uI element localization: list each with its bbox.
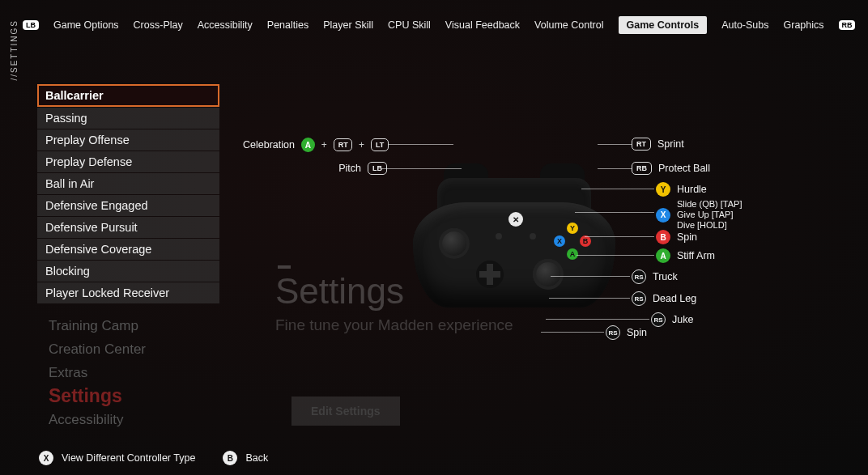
truck-label: Truck: [653, 271, 678, 282]
juke-label: Juke: [672, 314, 693, 325]
rs-circle-icon: RS: [632, 269, 646, 284]
a-circle-icon: A: [301, 138, 315, 152]
x-hint-icon: X: [39, 451, 53, 465]
tab-auto-subs[interactable]: Auto-Subs: [721, 19, 768, 31]
view-button-icon: [496, 233, 502, 240]
category-ballcarrier[interactable]: Ballcarrier: [37, 84, 219, 107]
back-hint: Back: [245, 452, 268, 464]
category-ball-in-air[interactable]: Ball in Air: [37, 173, 219, 194]
control-sprint: RT Sprint: [632, 138, 684, 151]
control-celebration: LT + RT + A Celebration: [243, 138, 389, 152]
tab-game-controls[interactable]: Game Controls: [619, 16, 708, 34]
controller-diagram: ✕ Y X B A LT + RT + A Celebration LB Pit…: [243, 105, 842, 380]
control-x-moves: X Slide (QB) [TAP] Give Up [TAP] Dive [H…: [656, 199, 742, 231]
dead-leg-label: Dead Leg: [653, 293, 696, 304]
control-dead-leg: RS Dead Leg: [632, 291, 696, 306]
control-stiff-arm: A Stiff Arm: [656, 248, 715, 263]
menu-button-icon: [530, 233, 536, 240]
category-defensive-engaged[interactable]: Defensive Engaged: [37, 195, 219, 216]
pitch-label: Pitch: [338, 163, 361, 174]
control-rs-spin: RS Spin: [606, 325, 647, 340]
controller-icon: ✕ Y X B A: [413, 178, 615, 316]
category-player-locked-receiver[interactable]: Player Locked Receiver: [37, 282, 219, 303]
category-list: Ballcarrier Passing Preplay Offense Prep…: [37, 84, 219, 304]
tab-player-skill[interactable]: Player Skill: [323, 19, 373, 31]
rs-spin-label: Spin: [627, 327, 647, 338]
right-stick-icon: [533, 259, 564, 290]
rt-pill-icon: RT: [632, 138, 651, 151]
left-stick-icon: [439, 228, 470, 259]
x-moves-label: Slide (QB) [TAP] Give Up [TAP] Dive [HOL…: [677, 199, 742, 231]
ghost-training-camp: Training Camp: [49, 314, 146, 337]
x-circle-icon: X: [656, 208, 670, 223]
ghost-accessibility: Accessibility: [49, 408, 146, 431]
rs-circle-icon: RS: [651, 312, 666, 327]
a-button-icon: A: [567, 248, 578, 260]
rb-bumper-icon: RB: [839, 20, 855, 30]
plus-icon: +: [321, 139, 327, 151]
lt-pill-icon: LT: [371, 138, 389, 151]
ghost-settings: Settings: [49, 384, 146, 408]
view-controller-type-hint: View Different Controller Type: [62, 452, 195, 464]
dpad-icon: [476, 261, 504, 288]
ghost-edit-settings-button: Edit Settings: [291, 397, 400, 426]
rt-pill-icon: RT: [334, 138, 352, 151]
b-button-icon: B: [580, 235, 591, 247]
ghost-extras: Extras: [49, 361, 146, 384]
protect-label: Protect Ball: [658, 163, 710, 174]
rs-circle-icon: RS: [606, 325, 620, 340]
y-button-icon: Y: [567, 223, 578, 234]
category-blocking[interactable]: Blocking: [37, 261, 219, 282]
ghost-menu: Training Camp Creation Center Extras Set…: [49, 314, 146, 431]
control-spin: B Spin: [656, 230, 697, 244]
stiff-arm-label: Stiff Arm: [677, 250, 715, 261]
category-passing[interactable]: Passing: [37, 108, 219, 129]
control-juke: RS Juke: [651, 312, 693, 327]
settings-vertical-label: //SETTINGS: [10, 19, 19, 81]
tab-accessibility[interactable]: Accessibility: [198, 19, 253, 31]
control-truck: RS Truck: [632, 269, 678, 284]
category-preplay-offense[interactable]: Preplay Offense: [37, 129, 219, 151]
y-circle-icon: Y: [656, 182, 670, 197]
tab-visual-feedback[interactable]: Visual Feedback: [445, 19, 520, 31]
tab-volume-control[interactable]: Volume Control: [534, 19, 603, 31]
tab-cpu-skill[interactable]: CPU Skill: [388, 19, 431, 31]
spin-label: Spin: [677, 231, 697, 243]
hurdle-label: Hurdle: [677, 184, 707, 195]
sprint-label: Sprint: [657, 138, 684, 150]
tab-graphics[interactable]: Graphics: [784, 19, 824, 31]
category-defensive-pursuit[interactable]: Defensive Pursuit: [37, 217, 219, 238]
rb-pill-icon: RB: [632, 162, 652, 175]
lb-bumper-icon: LB: [23, 20, 39, 30]
footer-hints: X View Different Controller Type B Back: [39, 451, 268, 465]
tab-bar: LB Game Options Cross-Play Accessibility…: [23, 16, 845, 34]
x-button-icon: X: [554, 235, 565, 247]
rs-circle-icon: RS: [632, 291, 646, 306]
a-circle-icon: A: [656, 248, 670, 263]
plus-icon: +: [359, 139, 364, 151]
b-hint-icon: B: [223, 451, 237, 465]
category-defensive-coverage[interactable]: Defensive Coverage: [37, 239, 219, 260]
control-pitch: LB Pitch: [314, 162, 387, 175]
control-protect-ball: RB Protect Ball: [632, 162, 710, 175]
celebration-label: Celebration: [243, 139, 295, 151]
category-preplay-defense[interactable]: Preplay Defense: [37, 151, 219, 172]
tab-game-options[interactable]: Game Options: [53, 19, 119, 31]
tab-penalties[interactable]: Penalties: [267, 19, 308, 31]
b-circle-icon: B: [656, 230, 670, 244]
tab-cross-play[interactable]: Cross-Play: [134, 19, 183, 31]
ghost-creation-center: Creation Center: [49, 337, 146, 361]
control-hurdle: Y Hurdle: [656, 182, 707, 197]
xbox-logo-icon: ✕: [508, 212, 523, 227]
